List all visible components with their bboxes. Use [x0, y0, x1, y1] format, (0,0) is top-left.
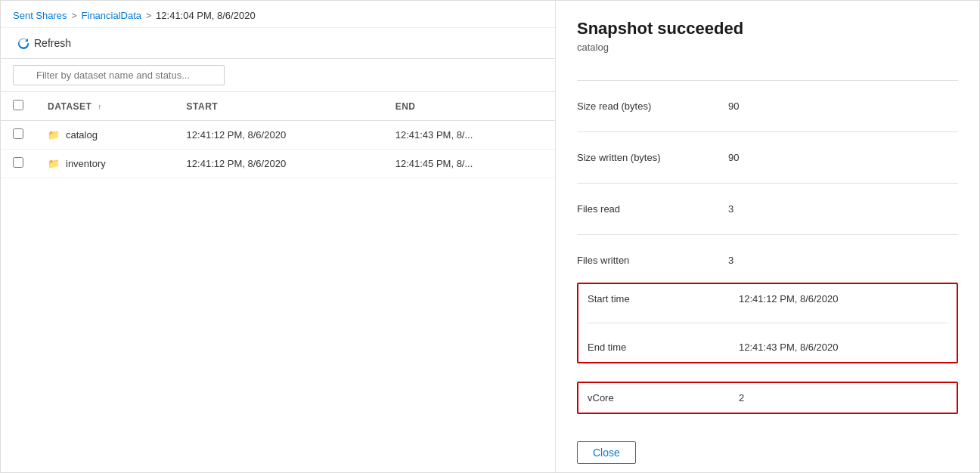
files-written-label: Files written [577, 255, 728, 266]
refresh-icon [17, 37, 29, 49]
start-time-label: Start time [588, 293, 739, 305]
breadcrumb-separator-2: > [146, 11, 151, 21]
dataset-name: catalog [66, 129, 98, 141]
row-checkbox-cell[interactable] [1, 150, 36, 178]
folder-icon: 📁 [48, 158, 60, 169]
vcore-section: vCore 2 [577, 382, 958, 414]
filter-input[interactable] [13, 65, 225, 85]
breadcrumb-separator-1: > [72, 11, 77, 21]
filter-wrapper: 🔍 [13, 65, 225, 85]
end-column-header: END [383, 92, 555, 121]
end-time-row: End time 12:41:43 PM, 8/6/2020 [588, 335, 947, 359]
start-cell-catalog: 12:41:12 PM, 8/6/2020 [175, 121, 383, 150]
folder-icon: 📁 [48, 129, 60, 141]
vcore-value: 2 [739, 392, 744, 403]
breadcrumb-link-sent-shares[interactable]: Sent Shares [13, 10, 67, 21]
size-written-value: 90 [728, 152, 739, 163]
dataset-column-header: DATASET ↑ [36, 92, 175, 121]
breadcrumb-current: 12:41:04 PM, 8/6/2020 [156, 10, 256, 21]
size-written-row: Size written (bytes) 90 [577, 144, 958, 171]
sort-indicator: ↑ [98, 103, 102, 111]
time-divider [588, 323, 947, 323]
start-cell-inventory: 12:41:12 PM, 8/6/2020 [175, 150, 383, 178]
files-read-value: 3 [728, 203, 733, 215]
start-column-header: START [175, 92, 383, 121]
size-read-value: 90 [728, 100, 739, 112]
panel-title: Snapshot succeeded [577, 19, 958, 39]
detail-panel: Snapshot succeeded catalog Size read (by… [556, 1, 979, 472]
toolbar: Refresh [1, 28, 555, 59]
end-time-label: End time [588, 342, 739, 353]
files-written-value: 3 [728, 255, 733, 266]
panel-subtitle: catalog [577, 42, 958, 53]
panel-divider-2 [577, 131, 958, 132]
files-written-row: Files written 3 [577, 247, 958, 274]
panel-divider-3 [577, 183, 958, 184]
refresh-label: Refresh [34, 37, 71, 49]
dataset-name-cell: 📁 inventory [36, 150, 175, 178]
row-checkbox-catalog[interactable] [13, 128, 23, 139]
start-time-value: 12:41:12 PM, 8/6/2020 [739, 293, 839, 305]
files-read-label: Files read [577, 203, 728, 215]
size-read-row: Size read (bytes) 90 [577, 93, 958, 119]
table-row[interactable]: 📁 inventory 12:41:12 PM, 8/6/2020 12:41:… [1, 150, 555, 178]
end-time-value: 12:41:43 PM, 8/6/2020 [739, 342, 839, 353]
vcore-row: vCore 2 [588, 386, 947, 410]
size-read-label: Size read (bytes) [577, 100, 728, 112]
vcore-label: vCore [588, 392, 739, 403]
select-all-checkbox[interactable] [13, 100, 23, 110]
breadcrumb-link-financial-data[interactable]: FinancialData [82, 10, 142, 21]
end-cell-catalog: 12:41:43 PM, 8/... [383, 121, 555, 150]
time-section: Start time 12:41:12 PM, 8/6/2020 End tim… [577, 283, 958, 363]
refresh-button[interactable]: Refresh [13, 34, 76, 52]
panel-divider-4 [577, 234, 958, 235]
row-checkbox-inventory[interactable] [13, 157, 23, 168]
files-read-row: Files read 3 [577, 196, 958, 222]
row-checkbox-cell[interactable] [1, 121, 36, 150]
size-written-label: Size written (bytes) [577, 152, 728, 163]
dataset-table: DATASET ↑ START END 📁 [1, 92, 555, 178]
table-row[interactable]: 📁 catalog 12:41:12 PM, 8/6/2020 12:41:43… [1, 121, 555, 150]
dataset-name-cell: 📁 catalog [36, 121, 175, 150]
breadcrumb: Sent Shares > FinancialData > 12:41:04 P… [1, 1, 555, 28]
panel-divider-1 [577, 80, 958, 81]
dataset-name: inventory [66, 158, 106, 169]
start-time-row: Start time 12:41:12 PM, 8/6/2020 [588, 287, 947, 311]
table-container: DATASET ↑ START END 📁 [1, 92, 555, 472]
end-cell-inventory: 12:41:45 PM, 8/... [383, 150, 555, 178]
close-button[interactable]: Close [577, 441, 636, 464]
filter-bar: 🔍 [1, 59, 555, 92]
select-all-header[interactable] [1, 92, 36, 121]
